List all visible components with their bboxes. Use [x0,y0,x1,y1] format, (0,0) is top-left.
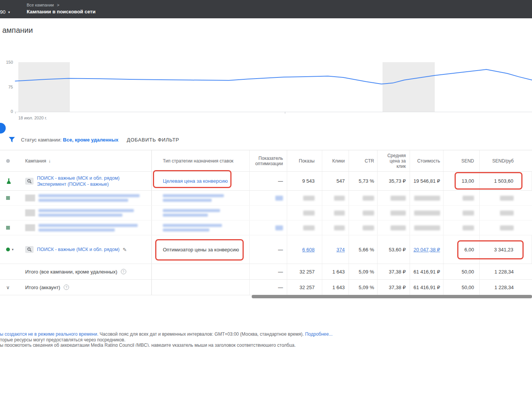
avg-cpc-cell [378,220,410,235]
footer-link-more[interactable]: Подробнее... [305,331,333,337]
account-switcher[interactable]: 90 ▾ [0,9,10,15]
col-header-send[interactable]: SEND [444,150,480,171]
campaign-link[interactable]: ПОИСК - важные (МСК и обл. рядом) [37,246,119,253]
redacted-bar [303,225,315,230]
opt-score-cell [250,206,287,220]
send-cell: 50,00 [444,280,480,295]
avg-cpc-cell: 37,38 ₽ [378,280,410,295]
campaign-row-experiment: ПОИСК - важные (МСК и обл. рядом) Экспер… [0,172,532,191]
redacted-bar [500,211,514,216]
send-cell [444,191,480,205]
filter-label: Статус кампании: [21,137,61,143]
caret-down-icon[interactable]: ▾ [12,248,14,251]
campaign-row-optimizer: ▾ ПОИСК - важные (МСК и обл. рядом) ✎ Оп… [0,235,532,264]
help-icon[interactable]: ? [64,285,69,290]
send-rub-cell: 1 503,60 [480,172,532,190]
col-header-clicks[interactable]: Клики [322,150,349,171]
filter-funnel-icon[interactable] [8,137,15,143]
footer-line-1: ы создаются не в режиме реального времен… [0,331,532,337]
campaign-status-filter[interactable]: Статус кампании: Все, кроме удаленных [21,137,119,143]
col-header-ctr[interactable]: CTR [349,150,378,171]
col-header-cost[interactable]: Стоимость [410,150,444,171]
bid-strategy-cell [152,280,250,295]
add-filter-button[interactable]: ДОБАВИТЬ ФИЛЬТР [127,137,180,143]
bid-strategy-cell [152,264,250,279]
redacted-bar [500,225,514,230]
opt-score-cell [250,191,287,205]
cost-cell [410,220,444,235]
cost-link[interactable]: 20 047,38 ₽ [413,247,440,253]
row-status-cell [0,220,21,235]
impressions-cell: 6 608 [287,235,322,264]
avg-cpc-cell: 35,73 ₽ [378,172,410,190]
x-axis-label: 18 июл. 2020 г. [18,116,47,120]
clicks-cell [322,220,349,235]
edit-pencil-icon[interactable]: ✎ [122,247,127,253]
redacted-bar [163,194,224,197]
col-header-avg-cpc[interactable]: Средняя цена за клик [378,150,410,171]
ctr-cell: 5,73 % [349,172,378,190]
expand-chevron-icon[interactable]: ∨ [6,285,10,290]
col-header-strategy[interactable]: Тип стратегии назначения ставок [152,150,250,171]
filter-value[interactable]: Все, кроме удаленных [63,137,119,143]
footer-line-2: торые ресурсы могут предоставляться чере… [0,337,532,343]
row-status-cell [0,264,21,279]
redacted-bar [163,209,220,212]
col-header-send-rub[interactable]: SEND/руб [480,150,532,171]
col-header-impressions[interactable]: Показы [287,150,322,171]
ctr-cell: 5,09 % [349,264,378,279]
breadcrumb-separator: > [57,3,59,7]
campaign-name-cell: ПОИСК - важные (МСК и обл. рядом) ✎ [21,235,152,264]
redacted-bar [275,225,283,230]
experiment-flask-icon [6,178,11,184]
avg-cpc-cell [378,206,410,220]
redacted-bar [363,211,374,216]
redacted-bar [163,228,209,232]
campaign-row-redacted [0,206,532,220]
bid-strategy-link[interactable]: Целевая цена за конверсию [163,178,228,184]
footer-disclaimer: ы создаются не в режиме реального времен… [0,331,532,347]
campaign-name-cell: ПОИСК - важные (МСК и обл. рядом) Экспер… [21,172,152,190]
caret-down-icon: ▾ [8,10,10,14]
redacted-bar [275,196,283,201]
clicks-cell [322,206,349,220]
ctr-cell [349,191,378,205]
impressions-cell [287,220,322,235]
impressions-cell [287,206,322,220]
search-campaign-type-icon [25,246,34,253]
breadcrumb-parent[interactable]: Все кампании> [27,3,95,7]
redacted-bar [163,199,212,202]
horizontal-scrollbar-thumb[interactable] [252,295,532,298]
help-icon[interactable]: ? [121,269,126,274]
row-status-cell: ∨ [0,280,21,295]
cost-cell: 20 047,38 ₽ [410,235,444,264]
bid-strategy-cell [152,191,250,205]
col-header-opt-score[interactable]: Показатель оптимизации [250,150,287,171]
send-rub-cell [480,220,532,235]
col-header-status[interactable] [0,150,21,171]
footer-link-realtime[interactable]: ы создаются не в режиме реального времен… [0,331,98,337]
campaign-row-redacted [0,220,532,235]
redacted-bar [39,199,128,202]
redacted-bar [39,214,122,217]
floating-action-button[interactable] [0,123,6,134]
campaign-link[interactable]: ПОИСК - важные (МСК и обл. рядом) Экспер… [37,175,119,187]
ctr-cell: 5,66 % [349,235,378,264]
redacted-bar [414,196,440,201]
row-status-cell[interactable]: ▾ [0,235,21,264]
total-label-cell: Итого (аккаунт) ? [21,280,152,295]
clicks-link[interactable]: 374 [336,247,345,253]
redacted-bar [363,225,374,230]
opt-score-cell: — [250,172,287,190]
campaigns-table: Кампания ↓ Тип стратегии назначения став… [0,150,532,295]
sort-descending-icon: ↓ [48,158,51,164]
total-row-account: ∨ Итого (аккаунт) ? — 32 257 1 643 5,09 … [0,280,532,295]
clicks-cell: 374 [322,235,349,264]
col-header-campaign[interactable]: Кампания ↓ [21,150,152,171]
redacted-bar [25,195,35,201]
bid-strategy-cell: Целевая цена за конверсию [152,172,250,190]
impressions-cell: 9 543 [287,172,322,190]
clicks-cell: 1 643 [322,264,349,279]
redacted-bar [163,214,208,217]
impressions-link[interactable]: 6 608 [302,247,315,253]
